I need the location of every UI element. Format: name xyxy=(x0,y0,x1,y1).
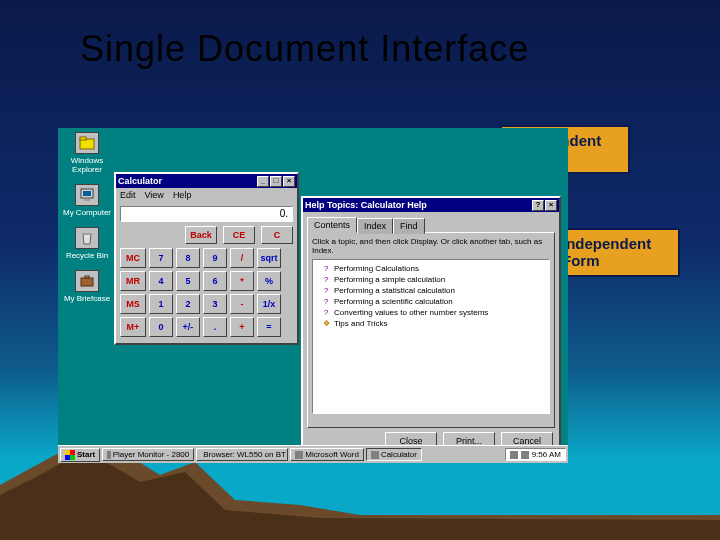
system-tray[interactable]: 9:56 AM xyxy=(505,448,566,461)
calc-keypad: MC789/sqrtMR456*%MS123-1/xM+0+/-.+= xyxy=(116,248,297,343)
svg-rect-6 xyxy=(81,278,93,286)
question-icon: ? xyxy=(321,296,331,306)
windows-explorer-icon[interactable]: Windows Explorer xyxy=(62,132,112,174)
calc-key-MC[interactable]: MC xyxy=(120,248,146,268)
icon-label: My Computer xyxy=(63,208,111,217)
calc-key-MS[interactable]: MS xyxy=(120,294,146,314)
calc-key-1x[interactable]: 1/x xyxy=(257,294,281,314)
calc-key-3[interactable]: 3 xyxy=(203,294,227,314)
book-icon: ❖ xyxy=(321,318,331,328)
help-whatsthis-button[interactable]: ? xyxy=(532,200,544,211)
calc-key-[interactable]: . xyxy=(203,317,227,337)
help-item[interactable]: ?Performing a simple calculation xyxy=(321,274,547,284)
icon-label: Recycle Bin xyxy=(66,251,108,260)
calc-key-4[interactable]: 4 xyxy=(149,271,173,291)
help-titlebar[interactable]: Help Topics: Calculator Help ? × xyxy=(303,198,559,212)
minimize-button[interactable]: _ xyxy=(257,176,269,187)
help-window: Help Topics: Calculator Help ? × Content… xyxy=(301,196,561,448)
question-icon: ? xyxy=(321,263,331,273)
svg-rect-7 xyxy=(85,276,89,278)
callout-2: Independent Form xyxy=(550,228,680,277)
my-briefcase-icon[interactable]: My Briefcase xyxy=(62,270,112,303)
menu-edit[interactable]: Edit xyxy=(120,190,136,200)
calc-c-button[interactable]: C xyxy=(261,226,293,244)
svg-rect-4 xyxy=(84,199,90,201)
calc-key-7[interactable]: 7 xyxy=(149,248,173,268)
calc-key-[interactable]: = xyxy=(257,317,281,337)
icon-label: My Briefcase xyxy=(64,294,110,303)
calculator-window: Calculator _ □ × Edit View Help 0. Back … xyxy=(114,172,299,345)
calc-key-5[interactable]: 5 xyxy=(176,271,200,291)
tab-index[interactable]: Index xyxy=(357,218,393,234)
help-topic-list[interactable]: ?Performing Calculations?Performing a si… xyxy=(312,259,550,414)
calc-key-[interactable]: % xyxy=(257,271,281,291)
start-label: Start xyxy=(77,450,95,459)
help-item[interactable]: ❖Tips and Tricks xyxy=(321,318,547,328)
taskbar-item-active[interactable]: Calculator xyxy=(366,448,422,461)
help-item[interactable]: ?Performing a scientific calculation xyxy=(321,296,547,306)
calc-key-0[interactable]: 0 xyxy=(149,317,173,337)
tray-icon[interactable] xyxy=(521,451,529,459)
taskbar-item[interactable]: Player Monitor - 2800 xyxy=(102,448,194,461)
taskbar-item[interactable]: Microsoft Word xyxy=(290,448,364,461)
calc-key-MR[interactable]: MR xyxy=(120,271,146,291)
calc-key-6[interactable]: 6 xyxy=(203,271,227,291)
slide-title: Single Document Interface xyxy=(80,28,529,70)
recycle-bin-icon[interactable]: Recycle Bin xyxy=(62,227,112,260)
calc-key-[interactable]: + xyxy=(230,317,254,337)
maximize-button[interactable]: □ xyxy=(270,176,282,187)
calc-key-[interactable]: - xyxy=(230,294,254,314)
calc-key-8[interactable]: 8 xyxy=(176,248,200,268)
clock: 9:56 AM xyxy=(532,450,561,459)
help-close-button[interactable]: × xyxy=(545,200,557,211)
windows-logo-icon xyxy=(65,450,75,460)
svg-rect-5 xyxy=(82,233,92,235)
tab-contents[interactable]: Contents xyxy=(307,217,357,233)
calc-key-[interactable]: * xyxy=(230,271,254,291)
calc-menubar: Edit View Help xyxy=(116,188,297,202)
calc-back-button[interactable]: Back xyxy=(185,226,217,244)
tray-icon[interactable] xyxy=(510,451,518,459)
tab-find[interactable]: Find xyxy=(393,218,425,234)
help-title: Help Topics: Calculator Help xyxy=(305,200,531,210)
start-button[interactable]: Start xyxy=(60,448,100,462)
icon-label: Windows Explorer xyxy=(71,156,103,174)
help-pane: Click a topic, and then click Display. O… xyxy=(307,232,555,428)
my-computer-icon[interactable]: My Computer xyxy=(62,184,112,217)
help-tabs: Contents Index Find xyxy=(303,212,559,232)
svg-rect-1 xyxy=(80,137,86,140)
calc-key-9[interactable]: 9 xyxy=(203,248,227,268)
close-button[interactable]: × xyxy=(283,176,295,187)
svg-rect-3 xyxy=(83,191,91,196)
desktop-screenshot: Windows Explorer My Computer Recycle Bin… xyxy=(58,128,568,463)
desktop-icons: Windows Explorer My Computer Recycle Bin… xyxy=(62,132,112,313)
calc-key-2[interactable]: 2 xyxy=(176,294,200,314)
calc-key-sqrt[interactable]: sqrt xyxy=(257,248,281,268)
calc-ce-button[interactable]: CE xyxy=(223,226,255,244)
calc-key-[interactable]: / xyxy=(230,248,254,268)
help-item[interactable]: ?Converting values to other number syste… xyxy=(321,307,547,317)
calculator-titlebar[interactable]: Calculator _ □ × xyxy=(116,174,297,188)
calc-key-1[interactable]: 1 xyxy=(149,294,173,314)
help-item[interactable]: ?Performing Calculations xyxy=(321,263,547,273)
help-instruction: Click a topic, and then click Display. O… xyxy=(312,237,550,255)
calc-display: 0. xyxy=(120,206,293,222)
question-icon: ? xyxy=(321,285,331,295)
question-icon: ? xyxy=(321,274,331,284)
help-item[interactable]: ?Performing a statistical calculation xyxy=(321,285,547,295)
taskbar-item[interactable]: Browser: WL550 on BT xyxy=(196,448,288,461)
taskbar: Start Player Monitor - 2800 Browser: WL5… xyxy=(58,445,568,463)
calc-title: Calculator xyxy=(118,176,256,186)
calc-key-M[interactable]: M+ xyxy=(120,317,146,337)
calc-key-[interactable]: +/- xyxy=(176,317,200,337)
question-icon: ? xyxy=(321,307,331,317)
menu-view[interactable]: View xyxy=(145,190,164,200)
menu-help[interactable]: Help xyxy=(173,190,192,200)
